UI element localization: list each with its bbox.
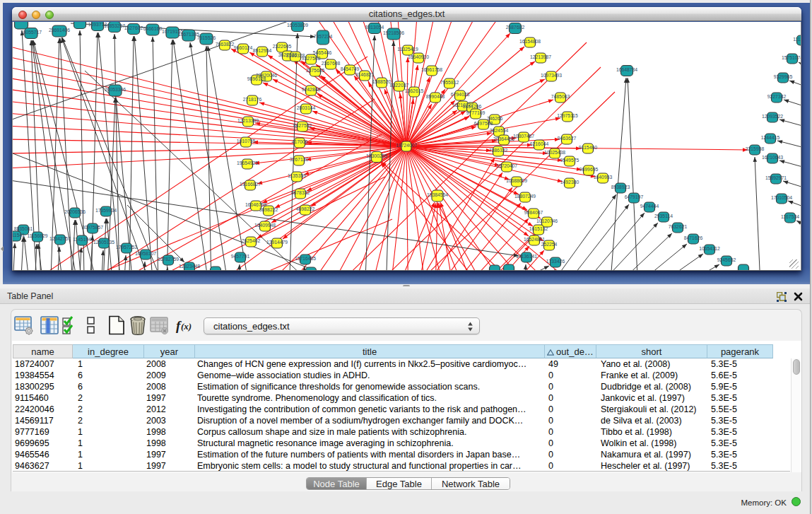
cell-in_degree[interactable]: 1 — [73, 438, 144, 449]
table-row[interactable]: 911546021997Tourette syndrome. Phenomeno… — [13, 392, 790, 404]
new-document-icon[interactable] — [106, 315, 127, 336]
cell-pagerank[interactable]: 5.9E-5 — [707, 381, 773, 392]
cell-name[interactable]: 9777169 — [13, 426, 73, 438]
graph-edge[interactable] — [12, 67, 406, 146]
column-header-short[interactable]: short — [596, 344, 707, 358]
column-header-year[interactable]: year — [144, 344, 195, 358]
graph-edge[interactable] — [64, 177, 385, 271]
cell-out_de[interactable]: 0 — [545, 426, 596, 438]
graph-edge[interactable] — [410, 203, 436, 271]
table-chooser-combobox[interactable]: citations_edges.txt — [204, 317, 480, 334]
graph-node[interactable] — [306, 267, 317, 271]
cell-pagerank[interactable]: 5.3E-5 — [707, 392, 773, 404]
cell-in_degree[interactable]: 6 — [73, 370, 144, 381]
column-header-out_de[interactable]: out_de… — [545, 344, 596, 358]
cell-title[interactable]: Embryonic stem cells: a model to study s… — [195, 460, 545, 472]
close-panel-icon[interactable] — [794, 292, 803, 301]
column-header-pagerank[interactable]: pagerank — [707, 344, 773, 358]
cell-year[interactable]: 1998 — [144, 426, 195, 438]
cell-name[interactable]: 9463627 — [13, 460, 73, 472]
cell-year[interactable]: 1997 — [144, 460, 195, 472]
graph-edge[interactable] — [173, 40, 213, 271]
cell-title[interactable]: Genome–wide association studies in ADHD. — [195, 370, 545, 381]
network-graph[interactable]: 1805571723691406169371210853257152760264… — [12, 22, 801, 271]
cell-name[interactable]: 14569117 — [13, 415, 73, 426]
cell-year[interactable]: 2003 — [144, 415, 195, 426]
cell-in_degree[interactable]: 1 — [73, 358, 144, 370]
graph-node[interactable] — [504, 264, 514, 271]
graph-edge[interactable] — [19, 237, 23, 271]
cell-name[interactable]: 22420046 — [13, 404, 73, 415]
cell-name[interactable]: 18300295 — [13, 381, 73, 392]
cell-name[interactable]: 18724007 — [13, 358, 73, 370]
table-row[interactable]: 969969511998Structural magnetic resonanc… — [13, 438, 790, 449]
table-row[interactable]: 1938455462009Genome–wide association stu… — [13, 370, 790, 381]
graph-edge[interactable] — [561, 213, 645, 271]
row-height-icon[interactable] — [81, 315, 102, 336]
window-resize-grip[interactable] — [789, 259, 799, 269]
cell-short[interactable]: Yano et al. (2008) — [596, 358, 707, 370]
collapse-arrow-icon[interactable] — [1, 246, 4, 252]
tab-node-table[interactable]: Node Table — [307, 478, 367, 490]
graph-edge[interactable] — [755, 157, 762, 271]
cell-in_degree[interactable]: 2 — [73, 404, 144, 415]
cell-short[interactable]: Tibbo et al. (1998) — [596, 426, 707, 438]
graph-node[interactable] — [15, 22, 28, 29]
graph-edge[interactable] — [621, 254, 703, 271]
graph-edge[interactable] — [406, 146, 408, 271]
tab-edge-table[interactable]: Edge Table — [367, 478, 432, 490]
cell-pagerank[interactable]: 5.3E-5 — [707, 415, 773, 426]
graph-edge[interactable] — [134, 36, 155, 271]
graph-edge[interactable] — [532, 194, 616, 271]
graph-edge[interactable] — [381, 163, 495, 271]
table-settings-icon[interactable] — [13, 315, 35, 336]
graph-edge[interactable] — [12, 148, 332, 271]
graph-node[interactable] — [490, 265, 500, 271]
table-row[interactable]: 2242004622012Investigating the contribut… — [13, 404, 790, 415]
cell-out_de[interactable]: 0 — [545, 415, 596, 426]
cell-short[interactable]: Wolkin et al. (1998) — [596, 438, 707, 449]
splitter-grip-icon[interactable] — [403, 285, 410, 288]
cell-name[interactable]: 9115460 — [13, 392, 73, 404]
cell-title[interactable]: Changes of HCN gene expression and I(f) … — [195, 358, 545, 370]
cell-year[interactable]: 2008 — [144, 381, 195, 392]
cell-title[interactable]: Investigating the contribution of common… — [195, 404, 545, 415]
cell-in_degree[interactable]: 2 — [73, 415, 144, 426]
tab-network-table[interactable]: Network Table — [432, 478, 510, 490]
cell-year[interactable]: 1997 — [144, 449, 195, 460]
cell-year[interactable]: 2009 — [144, 370, 195, 381]
cell-short[interactable]: Stergiakouli et al. (2012) — [596, 404, 707, 415]
cell-title[interactable]: Structural magnetic resonance image aver… — [195, 438, 545, 449]
graph-edge[interactable] — [575, 223, 658, 271]
cell-out_de[interactable]: 0 — [545, 404, 596, 415]
cell-title[interactable]: Tourette syndrome. Phenomenology and cla… — [195, 392, 545, 404]
cell-in_degree[interactable]: 2 — [73, 392, 144, 404]
select-column-icon[interactable] — [39, 315, 60, 336]
graph-edge[interactable] — [12, 46, 406, 146]
graph-node[interactable] — [74, 22, 86, 29]
table-row[interactable]: 977716911998Corpus callosum shape and si… — [13, 426, 790, 438]
cell-short[interactable]: de Silva et al. (2003) — [596, 415, 707, 426]
cell-title[interactable]: Estimation of the future numbers of pati… — [195, 449, 545, 460]
table-row[interactable]: 1830029562008Estimation of significance … — [13, 381, 790, 392]
cell-in_degree[interactable]: 6 — [73, 381, 144, 392]
delete-trash-icon[interactable] — [127, 315, 148, 336]
cell-in_degree[interactable]: 1 — [73, 426, 144, 438]
column-header-in_degree[interactable]: in_degree — [73, 344, 144, 358]
cell-pagerank[interactable]: 5.3E-5 — [707, 438, 773, 449]
column-header-title[interactable]: title — [195, 344, 545, 358]
cell-title[interactable]: Disruption of a novel member of a sodium… — [195, 415, 545, 426]
graph-edge[interactable] — [114, 34, 120, 271]
graph-node[interactable] — [211, 267, 221, 271]
cell-pagerank[interactable]: 5.3E-5 — [707, 449, 773, 460]
graph-edge[interactable] — [12, 139, 406, 146]
cell-out_de[interactable]: 0 — [545, 370, 596, 381]
cell-short[interactable]: Nakamura et al. (1997) — [596, 449, 707, 460]
cell-title[interactable]: Estimation of significance thresholds fo… — [195, 381, 545, 392]
select-rows-icon[interactable] — [60, 315, 81, 336]
cell-pagerank[interactable]: 5.3E-5 — [707, 426, 773, 438]
table-vertical-scrollbar[interactable] — [791, 358, 801, 472]
cell-out_de[interactable]: 0 — [545, 381, 596, 392]
cell-out_de[interactable]: 0 — [545, 460, 596, 472]
graph-edge[interactable] — [424, 203, 521, 271]
